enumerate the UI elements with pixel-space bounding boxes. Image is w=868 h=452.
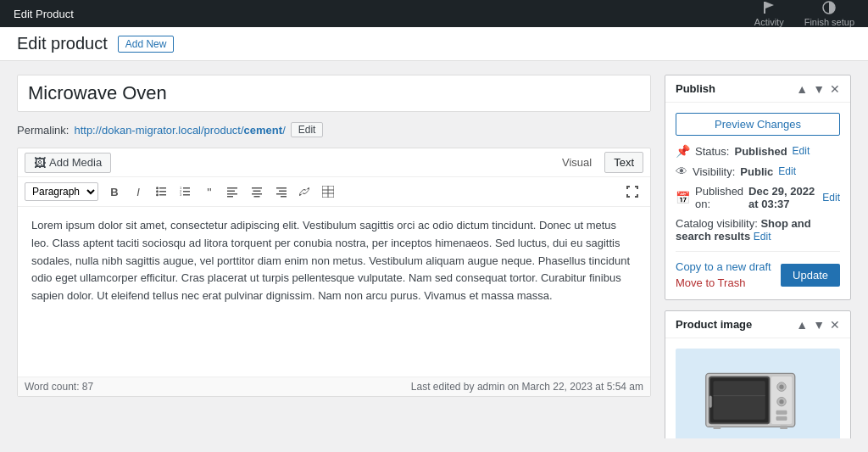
svg-rect-24	[279, 191, 287, 193]
calendar-icon: 📅	[676, 191, 690, 204]
product-image-placeholder[interactable]	[676, 349, 840, 438]
status-label: Status:	[695, 145, 729, 158]
svg-rect-10	[183, 191, 190, 193]
format-select[interactable]: Paragraph	[25, 182, 98, 201]
add-media-button[interactable]: 🖼 Add Media	[25, 153, 111, 173]
word-count: Word count: 87	[25, 381, 93, 393]
svg-rect-19	[252, 187, 262, 189]
permalink-slug: cement	[244, 124, 283, 137]
table-button[interactable]	[317, 181, 339, 203]
fullscreen-button[interactable]	[621, 181, 643, 203]
unordered-list-button[interactable]	[151, 181, 173, 203]
editor-tabs: Visual Text	[553, 152, 643, 173]
admin-bar-title: Edit Product	[14, 8, 74, 20]
svg-rect-34	[714, 381, 765, 420]
published-on-value: Dec 29, 2022 at 03:37	[748, 185, 817, 210]
visibility-edit-link[interactable]: Edit	[778, 165, 796, 177]
svg-rect-11	[183, 194, 190, 196]
svg-rect-21	[252, 193, 262, 195]
svg-point-40	[779, 399, 783, 404]
status-icon: 📌	[676, 144, 690, 158]
visibility-row: 👁 Visibility: Public Edit	[676, 165, 840, 178]
svg-rect-44	[780, 426, 787, 429]
product-image-metabox-body	[665, 338, 850, 438]
italic-button[interactable]: I	[127, 181, 149, 203]
tab-text[interactable]: Text	[604, 152, 643, 173]
preview-changes-button[interactable]: Preview Changes	[676, 113, 840, 136]
product-image-close-button[interactable]: ✕	[830, 319, 840, 331]
svg-rect-26	[281, 196, 287, 198]
svg-point-7	[156, 190, 159, 193]
visibility-value: Public	[740, 165, 773, 178]
product-image-collapse-up-button[interactable]: ▲	[796, 319, 808, 331]
add-media-icon: 🖼	[34, 156, 46, 170]
permalink-edit-button[interactable]: Edit	[291, 122, 324, 137]
activity-label: Activity	[754, 17, 784, 27]
permalink-link[interactable]: http://dokan-migrator.local/product/ceme…	[74, 124, 285, 137]
page-title: Edit product	[17, 34, 108, 53]
status-edit-link[interactable]: Edit	[793, 145, 810, 157]
align-right-button[interactable]	[270, 181, 292, 203]
svg-rect-0	[764, 2, 765, 14]
product-image-metabox-controls: ▲ ▼ ✕	[796, 319, 840, 331]
admin-bar: Edit Product Activity Finish setup	[0, 0, 868, 27]
catalog-visibility-edit-link[interactable]: Edit	[754, 231, 771, 243]
blockquote-button[interactable]: "	[198, 181, 220, 203]
svg-rect-42	[776, 416, 787, 420]
catalog-visibility-row: Catalog visibility: Shop and search resu…	[676, 217, 840, 243]
bold-button[interactable]: B	[103, 181, 125, 203]
main-layout: Permalink: http://dokan-migrator.local/p…	[0, 61, 868, 452]
svg-text:3: 3	[180, 193, 182, 197]
publish-close-button[interactable]: ✕	[830, 83, 840, 95]
visibility-icon: 👁	[676, 165, 687, 178]
publish-metabox-body: Preview Changes 📌 Status: Published Edit…	[665, 103, 850, 299]
copy-to-draft-link[interactable]: Copy to a new draft	[676, 260, 771, 273]
product-image-metabox-header: Product image ▲ ▼ ✕	[665, 311, 850, 338]
publish-collapse-down-button[interactable]: ▼	[813, 83, 825, 95]
editor-toolbar-format: Paragraph B I 123 "	[18, 177, 650, 207]
product-title-input[interactable]	[17, 75, 651, 112]
status-value: Published	[734, 145, 787, 158]
svg-rect-16	[227, 191, 235, 193]
svg-rect-17	[227, 193, 237, 195]
svg-rect-23	[276, 187, 287, 189]
align-center-button[interactable]	[246, 181, 268, 203]
permalink-label: Permalink:	[17, 124, 69, 137]
product-image-metabox-title: Product image	[676, 318, 752, 331]
tab-visual[interactable]: Visual	[553, 152, 601, 173]
published-on-label: Published on:	[695, 185, 743, 210]
svg-rect-3	[159, 187, 166, 189]
admin-bar-right: Activity Finish setup	[754, 0, 854, 27]
activity-nav-item[interactable]: Activity	[754, 0, 784, 27]
align-left-button[interactable]	[222, 181, 244, 203]
svg-rect-20	[253, 191, 261, 193]
svg-rect-41	[776, 410, 787, 414]
svg-rect-25	[276, 193, 287, 195]
permalink-suffix: /	[282, 124, 286, 137]
right-column: Publish ▲ ▼ ✕ Preview Changes 📌 Status: …	[665, 75, 851, 438]
editor-wrapper: 🖼 Add Media Visual Text Paragraph B I	[17, 148, 651, 397]
status-row: 📌 Status: Published Edit	[676, 144, 840, 158]
update-button[interactable]: Update	[781, 264, 840, 287]
editor-content[interactable]: Lorem ipsum dolor sit amet, consectetur …	[18, 207, 650, 377]
published-on-edit-link[interactable]: Edit	[822, 192, 840, 204]
add-new-button[interactable]: Add New	[118, 36, 175, 53]
visibility-label: Visibility:	[693, 165, 735, 178]
publish-collapse-up-button[interactable]: ▲	[796, 83, 808, 95]
move-to-trash-link[interactable]: Move to Trash	[676, 276, 771, 289]
half-circle-icon	[821, 0, 837, 15]
add-media-label: Add Media	[49, 156, 102, 169]
product-image-collapse-down-button[interactable]: ▼	[813, 319, 825, 331]
svg-rect-43	[714, 426, 721, 429]
editor-footer: Word count: 87 Last edited by admin on M…	[18, 377, 650, 396]
finish-setup-nav-item[interactable]: Finish setup	[804, 0, 854, 27]
svg-point-38	[779, 385, 783, 389]
publish-metabox: Publish ▲ ▼ ✕ Preview Changes 📌 Status: …	[665, 75, 851, 300]
page-wrapper: Edit product Add New Permalink: http://d…	[0, 27, 868, 452]
editor-toolbar-top: 🖼 Add Media Visual Text	[18, 148, 650, 177]
link-button[interactable]	[293, 181, 315, 203]
publish-metabox-header: Publish ▲ ▼ ✕	[665, 75, 850, 103]
permalink-url-plain: http://dokan-migrator.local/product/	[74, 124, 243, 137]
ordered-list-button[interactable]: 123	[175, 181, 197, 203]
svg-rect-15	[227, 187, 237, 189]
